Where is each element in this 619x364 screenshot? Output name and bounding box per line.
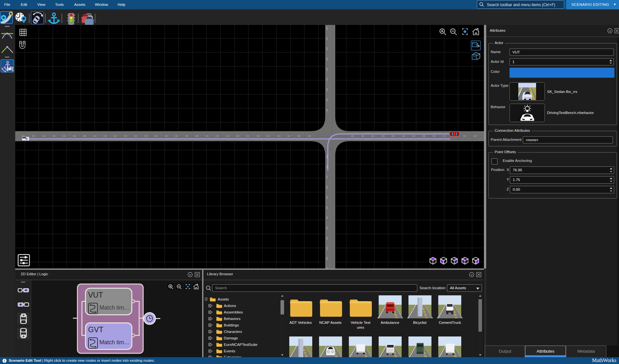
svg-text:Match tim…: Match tim…: [99, 304, 130, 311]
svg-text:Vehicle Text: Vehicle Text: [350, 321, 371, 324]
svg-text:Behaviors: Behaviors: [224, 317, 240, 321]
svg-text:Characters: Characters: [224, 330, 242, 334]
svg-text:Actions: Actions: [224, 304, 236, 308]
svg-text:CementTruck: CementTruck: [439, 321, 461, 324]
svg-text:Assets: Assets: [218, 297, 229, 301]
svg-text:Buildings: Buildings: [224, 323, 239, 327]
svg-text:ures: ures: [357, 325, 364, 329]
svg-text:NCAP Assets: NCAP Assets: [319, 321, 342, 324]
svg-text:GVT: GVT: [88, 325, 103, 334]
svg-text:Bicyclist: Bicyclist: [413, 321, 427, 324]
svg-text:Events: Events: [224, 349, 235, 353]
svg-text:Assemblies: Assemblies: [224, 310, 243, 314]
svg-text:ADT Vehicles: ADT Vehicles: [290, 321, 312, 324]
svg-text:Damage: Damage: [224, 336, 238, 340]
svg-text:EuroNCAPTestSuite: EuroNCAPTestSuite: [224, 343, 258, 347]
svg-text:Ambulance: Ambulance: [381, 321, 399, 324]
svg-text:Match tim…: Match tim…: [99, 339, 130, 346]
svg-text:VUT: VUT: [88, 291, 103, 299]
